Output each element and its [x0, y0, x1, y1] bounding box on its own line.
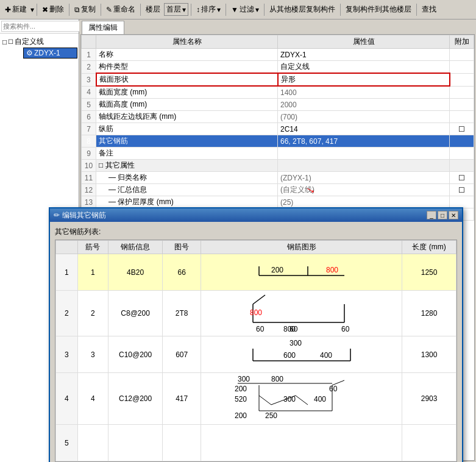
sort-button[interactable]: ↕ 排序 ▾ [194, 3, 223, 16]
sep7 [264, 4, 265, 16]
rebar-fig: 2T8 [163, 291, 201, 336]
row-value: (ZDYX-1) [278, 172, 450, 184]
row-value: (700) [278, 111, 450, 123]
table-row[interactable]: 7纵筋2C14☐ [82, 123, 474, 135]
row-value: 2C14 [278, 123, 450, 135]
svg-text:800: 800 [250, 308, 262, 317]
restore-button[interactable]: □ [438, 211, 447, 219]
filter-icon: ▼ [231, 5, 238, 14]
dialog-body: 其它钢筋列表: 筋号 钢筋信息 图号 钢筋图形 长度 (mm) 1 1 4B20 [50, 222, 462, 462]
row-attach: ☐ [450, 172, 474, 184]
filter-button[interactable]: ▼ 过滤 ▾ [229, 3, 261, 16]
close-button[interactable]: ✕ [449, 211, 458, 219]
rebar-fig: 66 [163, 254, 201, 291]
svg-text:250: 250 [265, 411, 277, 420]
table-row[interactable]: 3截面形状异形 [82, 73, 474, 86]
rebar-table-row[interactable]: 5 [56, 425, 456, 461]
table-row[interactable]: 6轴线距左边线距离 (mm)(700) [82, 111, 474, 123]
rebar-id: 2 [77, 291, 108, 336]
row-attach [450, 147, 474, 160]
table-row[interactable]: 8其它钢筋66, 2T8, 607, 417 [82, 135, 474, 147]
dialog-title-left: ✏ 编辑其它钢筋 [54, 210, 106, 221]
floor-select[interactable]: 首层 ▾ [164, 3, 188, 16]
row-name: 截面形状 [96, 73, 278, 86]
table-row[interactable]: 2构件类型自定义线 [82, 61, 474, 74]
rebar-table-row[interactable]: 1 1 4B20 66 200 800 1250 [56, 254, 456, 291]
rename-button[interactable]: ✎ 重命名 [104, 3, 138, 16]
tab-property-edit[interactable]: 属性编辑 [82, 21, 124, 34]
copy-button[interactable]: ⧉ 复制 [72, 3, 98, 16]
find-button[interactable]: 查找 [419, 3, 439, 16]
new-button[interactable]: ✚ 新建 [2, 3, 29, 16]
table-row[interactable]: 5截面高度 (mm)2000 [82, 99, 474, 111]
svg-text:300: 300 [290, 339, 302, 347]
row-attach [450, 61, 474, 74]
row-num: 8 [82, 135, 96, 147]
svg-text:60: 60 [341, 325, 350, 333]
search-input[interactable] [1, 21, 89, 32]
copy-icon: ⧉ [74, 5, 80, 14]
rebar-length: 1250 [402, 254, 456, 291]
rebar-table-row[interactable]: 3 3 C10@200 607 600 400 300 1300 [56, 336, 456, 373]
rebar-table-row[interactable]: 4 4 C12@200 417 300 800 200 60 520 300 4… [56, 373, 456, 425]
floor-button[interactable]: 楼层 [143, 3, 163, 16]
search-box: 🔍 [0, 20, 79, 34]
tree-child-item[interactable]: ⚙ ZDYX-1 [23, 48, 77, 59]
rebar-id: 4 [77, 373, 108, 425]
delete-button[interactable]: ✖ 删除 [40, 3, 66, 16]
col-num-header [82, 35, 96, 49]
row-name: 轴线距左边线距离 (mm) [96, 111, 278, 123]
row-value: 异形 [278, 73, 450, 86]
row-value: 2000 [278, 99, 450, 111]
rebar-table: 筋号 钢筋信息 图号 钢筋图形 长度 (mm) 1 1 4B20 66 200 … [55, 240, 456, 461]
copy-from-floor-button[interactable]: 从其他楼层复制构件 [267, 3, 338, 16]
row-name: 构件类型 [96, 61, 278, 74]
row-value [278, 147, 450, 160]
col-value-header: 属性值 [278, 35, 450, 49]
sep3 [101, 4, 101, 16]
row-attach [450, 160, 474, 172]
svg-text:60: 60 [290, 325, 298, 333]
row-num: 13 [82, 196, 96, 208]
table-row[interactable]: 1名称ZDYX-1 [82, 49, 474, 61]
table-row[interactable]: 9备注 [82, 147, 474, 160]
row-num: 7 [82, 123, 96, 135]
tree-checkbox: ☐ [8, 38, 13, 45]
row-name: 截面宽度 (mm) [96, 86, 278, 99]
sep8 [340, 4, 341, 16]
svg-text:400: 400 [314, 395, 326, 403]
svg-text:520: 520 [235, 395, 247, 403]
table-row[interactable]: 13— 保护层厚度 (mm)(25) [82, 196, 474, 208]
rebar-row-num: 1 [56, 254, 78, 291]
rebar-fig [163, 425, 201, 461]
svg-line-9 [253, 295, 265, 304]
new-icon: ✚ [5, 5, 11, 14]
rebar-shape: 200 800 [201, 254, 402, 291]
table-row[interactable]: 4截面宽度 (mm)1400 [82, 86, 474, 99]
dialog-icon: ✏ [54, 211, 60, 219]
rebar-shape: 300 800 200 60 520 300 400 200 250 [201, 373, 402, 425]
rebar-length: 1300 [402, 336, 456, 373]
sep2 [69, 4, 69, 16]
minimize-button[interactable]: _ [427, 211, 436, 219]
rebar-header-fig: 图号 [163, 241, 201, 254]
rebar-row-num: 4 [56, 373, 78, 425]
row-num: 9 [82, 147, 96, 160]
rebar-header-id: 筋号 [77, 241, 108, 254]
rebar-list-label: 其它钢筋列表: [55, 227, 457, 237]
edit-rebar-dialog: ✏ 编辑其它钢筋 _ □ ✕ 其它钢筋列表: 筋号 钢筋信息 图号 钢筋图形 长… [49, 207, 463, 462]
col-name-header: 属性名称 [96, 35, 278, 49]
tree-root-item[interactable]: □ ☐ 自定义线 [1, 36, 77, 48]
tab-bar: 属性编辑 [79, 20, 476, 34]
row-name: — 保护层厚度 (mm) [96, 196, 278, 208]
rebar-table-row[interactable]: 2 2 C8@200 2T8 800 800 60 60 60 1280 [56, 291, 456, 336]
row-value: 66, 2T8, 607, 417 [278, 135, 450, 147]
sep9 [416, 4, 417, 16]
row-attach [450, 196, 474, 208]
table-row[interactable]: 10□ 其它属性 [82, 160, 474, 172]
table-row[interactable]: 11— 归类名称(ZDYX-1)☐ [82, 172, 474, 184]
rename-icon: ✎ [106, 5, 112, 14]
copy-to-floor-button[interactable]: 复制构件到其他楼层 [343, 3, 414, 16]
table-row[interactable]: 12— 汇总信息(自定义线)☐ [82, 184, 474, 196]
row-name: — 汇总信息 [96, 184, 278, 196]
